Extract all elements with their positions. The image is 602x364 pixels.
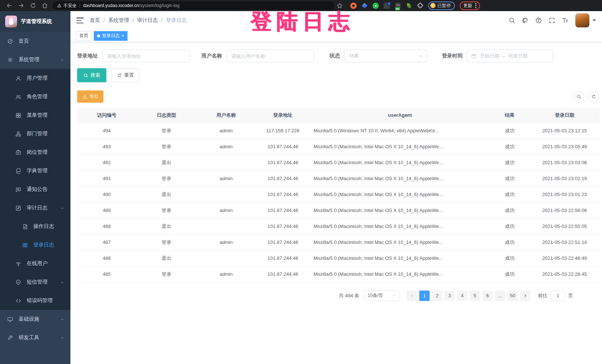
toggle-search-button[interactable]	[573, 91, 584, 102]
search-icon	[576, 94, 581, 99]
tab-0[interactable]: 首页	[76, 31, 92, 41]
hamburger-icon[interactable]	[76, 17, 84, 23]
extension-green-icon[interactable]: ♥	[373, 3, 379, 9]
extensions-puzzle-icon[interactable]	[417, 3, 423, 9]
user-menu[interactable]	[575, 13, 596, 27]
sidebar-item-14[interactable]: 错误码管理	[0, 291, 70, 310]
breadcrumb-item-2[interactable]: 审计日志	[137, 17, 158, 24]
update-button[interactable]: 更新	[460, 1, 480, 10]
prev-page-button[interactable]	[407, 291, 417, 301]
page-button-6[interactable]: 6	[482, 291, 493, 301]
table-row[interactable]: 486退出101.87.244.46Mozilla/5.0 (Macintosh…	[77, 250, 600, 266]
browser-menu-icon[interactable]	[475, 3, 476, 9]
sidebar-item-4[interactable]: 菜单管理	[0, 106, 70, 125]
address-input[interactable]	[102, 50, 190, 62]
search-icon[interactable]	[509, 17, 515, 24]
message-icon	[16, 187, 21, 192]
extension-list-icon[interactable]: on	[395, 3, 401, 9]
github-icon[interactable]	[522, 17, 529, 24]
extensions-row: ♥ on 已暂停 更新	[350, 1, 480, 10]
table-row[interactable]: 492退出101.87.244.46Mozilla/5.0 (Macintosh…	[77, 155, 600, 171]
dict-icon	[16, 168, 21, 174]
column-header-5: 结果	[490, 108, 529, 123]
sidebar-item-0[interactable]: 首页	[0, 32, 70, 50]
breadcrumb-separator: /	[132, 17, 134, 23]
tool-icon	[7, 335, 13, 341]
bookmark-star-icon[interactable]	[337, 3, 343, 9]
sidebar-item-13[interactable]: 短信管理	[0, 273, 70, 291]
sidebar-item-6[interactable]: 岗位管理	[0, 143, 70, 162]
sidebar-item-label: 用户管理	[27, 75, 47, 82]
login-time-range-picker[interactable]: 开始日期 - 结束日期	[467, 50, 553, 62]
column-header-2: 用户名称	[196, 108, 256, 123]
table-row[interactable]: 487登录admin101.87.244.46Mozilla/5.0 (Maci…	[77, 234, 600, 250]
extension-leaf-icon[interactable]	[406, 3, 412, 9]
more-pages-button[interactable]: ...	[495, 291, 505, 301]
table-row[interactable]: 488退出101.87.244.46Mozilla/5.0 (Macintosh…	[77, 218, 600, 234]
url-bar[interactable]: 不安全 dashboard.yudao.iocoder.cn/system/lo…	[53, 1, 334, 10]
extension-postman-icon[interactable]	[350, 3, 357, 9]
cell-访问编号: 486	[77, 250, 136, 266]
search-button[interactable]: 搜索	[77, 68, 106, 82]
page-button-4[interactable]: 4	[457, 291, 467, 301]
sidebar-item-10[interactable]: 操作日志	[0, 217, 70, 236]
sidebar-item-5[interactable]: 部门管理	[0, 125, 70, 143]
page-size-select[interactable]: 10条/页	[364, 291, 400, 301]
caret-down-icon	[592, 19, 596, 21]
tab-1[interactable]: 登录日志×	[94, 31, 128, 41]
sidebar-item-9[interactable]: 审计日志	[0, 199, 70, 217]
profile-paused-badge[interactable]: 已暂停	[428, 1, 455, 10]
username-input[interactable]	[226, 50, 314, 62]
cell-登录地址: 101.87.244.46	[256, 234, 310, 250]
breadcrumb-separator: /	[103, 17, 105, 23]
status-select[interactable]: 结果	[344, 50, 427, 62]
table-row[interactable]: 485登录admin101.87.244.46Mozilla/5.0 (Maci…	[77, 266, 600, 282]
sidebar-item-11[interactable]: 登录日志	[0, 236, 70, 254]
avatar[interactable]	[575, 13, 589, 27]
sidebar-item-7[interactable]: 字典管理	[0, 162, 70, 180]
docs-question-icon[interactable]	[535, 17, 542, 24]
extension-gem-icon[interactable]	[361, 3, 368, 9]
sidebar: 芋道管理系统 首页系统管理用户管理角色管理菜单管理部门管理岗位管理字典管理通知公…	[0, 11, 70, 364]
breadcrumb-item-0[interactable]: 首页	[90, 17, 100, 24]
sidebar-logo[interactable]: 芋道管理系统	[0, 11, 70, 32]
audit-icon	[16, 205, 21, 211]
sidebar-item-2[interactable]: 用户管理	[0, 69, 70, 87]
security-warning[interactable]: 不安全	[57, 3, 77, 9]
sidebar-item-8[interactable]: 通知公告	[0, 180, 70, 199]
table-row[interactable]: 490退出101.87.244.46Mozilla/5.0 (Macintosh…	[77, 186, 600, 202]
fullscreen-icon[interactable]	[549, 17, 555, 24]
table-row[interactable]: 491登录admin101.87.244.46Mozilla/5.0 (Maci…	[77, 171, 600, 186]
table-row[interactable]: 489登录admin101.87.244.46Mozilla/5.0 (Maci…	[77, 202, 600, 218]
cell-登录日期: 2021-05-03 22:51:14	[529, 234, 600, 250]
refresh-table-button[interactable]	[588, 91, 599, 102]
back-icon[interactable]	[6, 2, 13, 9]
tree-icon	[16, 131, 21, 137]
close-icon[interactable]: ×	[122, 34, 124, 38]
table-row[interactable]: 494登录admin117.159.17.226Mozilla/5.0 (Win…	[77, 123, 600, 139]
cell-日志类型: 退出	[136, 218, 196, 234]
cell-日志类型: 登录	[136, 123, 196, 139]
sidebar-item-3[interactable]: 角色管理	[0, 87, 70, 106]
export-button[interactable]: 导出	[77, 90, 103, 103]
reset-button[interactable]: 重置	[112, 68, 139, 82]
page-button-2[interactable]: 2	[432, 291, 442, 301]
forward-icon[interactable]	[18, 2, 24, 9]
breadcrumb-item-1[interactable]: 系统管理	[108, 17, 129, 24]
page-button-50[interactable]: 50	[507, 291, 518, 301]
page-button-3[interactable]: 3	[444, 291, 455, 301]
reload-icon[interactable]	[30, 2, 36, 9]
table-row[interactable]: 493登录admin101.87.244.46Mozilla/5.0 (Maci…	[77, 139, 600, 155]
sidebar-item-15[interactable]: 基础设施	[0, 310, 70, 328]
online-icon	[16, 261, 21, 267]
home-icon[interactable]	[42, 2, 48, 9]
extension-grid-icon[interactable]	[384, 3, 390, 9]
page-button-1[interactable]: 1	[419, 291, 430, 301]
sidebar-item-12[interactable]: 在线用户	[0, 254, 70, 273]
goto-page-input[interactable]	[550, 291, 565, 301]
sidebar-item-16[interactable]: 研发工具	[0, 328, 70, 347]
next-page-button[interactable]	[520, 291, 530, 301]
sidebar-item-1[interactable]: 系统管理	[0, 50, 70, 69]
page-button-5[interactable]: 5	[470, 291, 480, 301]
font-size-icon[interactable]	[562, 17, 569, 24]
